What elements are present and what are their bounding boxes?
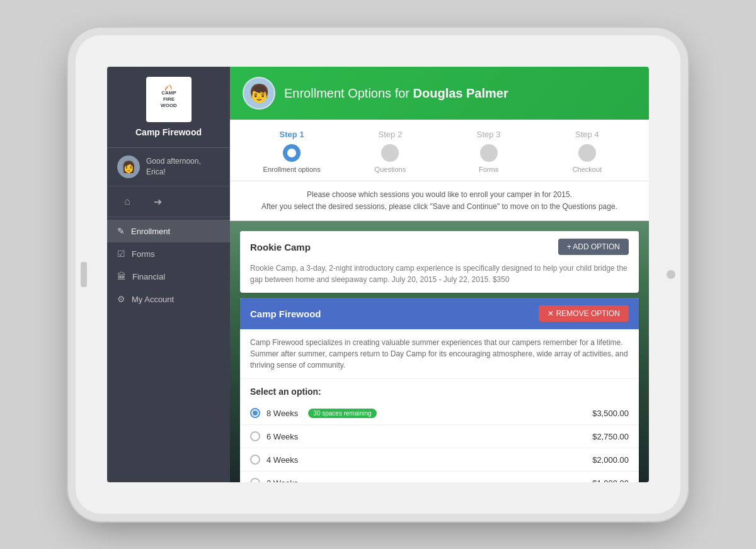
svg-text:WOOD: WOOD [161,103,177,108]
step-1-desc: Enrollment options [263,166,321,173]
logout-icon-btn[interactable]: ➜ [147,191,168,212]
logout-icon: ➜ [154,196,162,208]
radio-2weeks[interactable] [250,478,260,482]
step-4-desc: Checkout [573,166,602,173]
option-name-8weeks: 8 Weeks [266,409,298,418]
instruction-line-1: Please choose which sessions you would l… [243,189,636,201]
step-1-label: Step 1 [280,130,304,139]
option-row-2weeks[interactable]: 2 Weeks $1,000.00 [240,472,639,482]
radio-4weeks[interactable] [250,455,260,465]
remove-option-button[interactable]: ✕ REMOVE OPTION [539,305,629,322]
steps-container: Step 1 Enrollment options Step 2 Questio… [230,120,649,181]
step-2: Step 2 Questions [341,130,439,173]
option-price-6weeks: $2,750.00 [592,432,629,441]
spaces-badge-8weeks: 30 spaces remaining [308,409,376,418]
sidebar-item-label: Financial [132,272,165,281]
step-2-desc: Questions [375,166,406,173]
option-price-4weeks: $2,000.00 [592,455,629,465]
step-3-circle [480,144,498,162]
radio-8weeks[interactable] [250,408,260,418]
rookie-camp-description: Rookie Camp, a 3-day, 2-night introducto… [240,263,639,293]
camp-firewood-description: Camp Firewood specializes in creating va… [240,329,639,379]
option-row-4weeks[interactable]: 4 Weeks $2,000.00 [240,448,639,472]
camp-firewood-section: Camp Firewood ✕ REMOVE OPTION Camp Firew… [240,298,639,482]
main-content: 👦 Enrollment Options for Douglas Palmer … [230,67,649,482]
option-price-2weeks: $1,000.00 [592,478,629,482]
enrollment-icon: ✎ [117,226,125,236]
step-4-label: Step 4 [575,130,599,139]
option-price-8weeks: $3,500.00 [592,409,629,418]
enrollment-header: 👦 Enrollment Options for Douglas Palmer [230,67,649,120]
option-name-6weeks: 6 Weeks [266,432,298,441]
my-account-icon: ⚙ [117,294,125,304]
camp-logo: CAMP FIRE WOOD [146,77,192,122]
sidebar-quick-icons: ⌂ ➜ [107,186,230,217]
step-2-circle [381,144,399,162]
step-3-label: Step 3 [477,130,501,139]
option-row-8weeks[interactable]: 8 Weeks 30 spaces remaining $3,500.00 [240,402,639,425]
rookie-camp-card: Rookie Camp + ADD OPTION Rookie Camp, a … [240,231,639,293]
sidebar: CAMP FIRE WOOD Camp Firewood 👩 Good afte… [107,67,230,482]
step-4: Step 4 Checkout [538,130,636,173]
enrollment-title: Enrollment Options for Douglas Palmer [284,86,508,101]
option-row-6weeks[interactable]: 6 Weeks $2,750.00 [240,425,639,448]
instruction-line-2: After you select the desired sessions, p… [243,201,636,213]
svg-text:FIRE: FIRE [163,96,175,102]
forms-icon: ☑ [117,249,125,259]
svg-text:CAMP: CAMP [161,90,176,96]
sidebar-item-my-account[interactable]: ⚙ My Account [107,288,230,310]
financial-icon: 🏛 [117,271,126,281]
sidebar-nav: ✎ Enrollment ☑ Forms 🏛 Financial ⚙ My Ac… [107,217,230,482]
option-name-2weeks: 2 Weeks [266,478,298,482]
camp-firewood-title: Camp Firewood [250,308,321,319]
camp-name-label: Camp Firewood [135,127,202,137]
rookie-camp-header: Rookie Camp + ADD OPTION [240,231,639,263]
camper-avatar: 👦 [243,77,275,110]
step-1-circle [283,144,301,162]
background-area: Rookie Camp + ADD OPTION Rookie Camp, a … [230,221,649,482]
camp-firewood-header: Camp Firewood ✕ REMOVE OPTION [240,298,639,329]
select-option-label: Select an option: [240,379,639,402]
rookie-camp-title: Rookie Camp [250,242,311,252]
step-1: Step 1 Enrollment options [243,130,341,173]
sidebar-item-financial[interactable]: 🏛 Financial [107,265,230,288]
sidebar-item-label: Enrollment [131,227,170,236]
sidebar-logo: CAMP FIRE WOOD Camp Firewood [107,67,230,148]
sidebar-item-enrollment[interactable]: ✎ Enrollment [107,220,230,242]
sidebar-item-label: My Account [132,295,174,304]
sidebar-item-forms[interactable]: ☑ Forms [107,242,230,265]
avatar: 👩 [117,156,140,178]
step-2-label: Step 2 [379,130,403,139]
sidebar-item-label: Forms [132,249,155,259]
home-icon: ⌂ [124,196,130,207]
user-greeting-area: 👩 Good afternoon, Erica! [107,148,230,186]
add-option-button[interactable]: + ADD OPTION [558,239,629,255]
step-3: Step 3 Forms [440,130,538,173]
radio-6weeks[interactable] [250,431,260,441]
step-4-circle [578,144,596,162]
option-name-4weeks: 4 Weeks [266,455,298,465]
greeting-text: Good afternoon, Erica! [146,156,201,178]
instructions-area: Please choose which sessions you would l… [230,181,649,221]
home-icon-btn[interactable]: ⌂ [117,191,137,212]
step-3-desc: Forms [479,166,498,173]
